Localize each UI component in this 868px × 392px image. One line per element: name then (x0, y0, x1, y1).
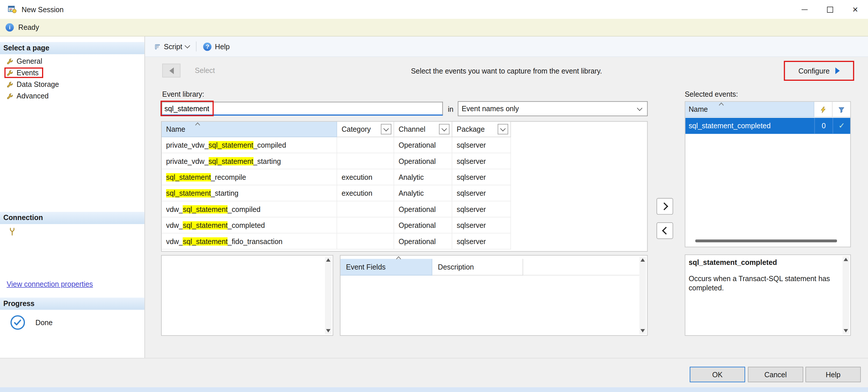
help-label: Help (215, 42, 230, 51)
main-panel: Script ? Help Select Select the events y… (145, 36, 868, 358)
event-package-cell: sqlserver (452, 233, 511, 249)
event-category-cell (337, 153, 394, 169)
in-label: in (448, 105, 454, 113)
sidebar-item-general[interactable]: General (0, 55, 145, 67)
sidebar-item-data-storage[interactable]: Data Storage (0, 78, 145, 90)
cancel-button[interactable]: Cancel (748, 367, 803, 382)
column-header-name[interactable]: Name (162, 122, 337, 137)
help-button[interactable]: Help (805, 367, 861, 382)
vertical-scrollbar[interactable] (640, 257, 646, 334)
match-highlight: sql_statement (183, 205, 228, 214)
select-a-page-header: Select a page (0, 42, 145, 54)
event-name-cell[interactable]: vdw_sql_statement_completed (162, 218, 337, 233)
minimize-button[interactable] (792, 0, 817, 19)
chevron-right-icon (660, 202, 668, 210)
package-filter-button[interactable] (498, 124, 508, 134)
help-question-icon: ? (204, 42, 212, 51)
sidebar-item-label: Events (17, 69, 38, 77)
selected-events-label: Selected events: (685, 90, 738, 98)
event-name-cell[interactable]: sql_statement_starting (162, 185, 337, 201)
match-highlight: sql_statement (209, 141, 253, 150)
sidebar-item-events[interactable]: Events (0, 67, 145, 78)
event-name-cell[interactable]: vdw_sql_statement_compiled (162, 201, 337, 217)
event-channel-cell: Operational (394, 153, 452, 169)
event-name-cell[interactable]: private_vdw_sql_statement_starting (162, 153, 337, 169)
event-description-panel: sql_statement_completed Occurs when a Tr… (685, 255, 851, 336)
maximize-button[interactable] (817, 0, 842, 19)
event-channel-cell: Analytic (394, 169, 452, 185)
column-header-description[interactable]: Description (432, 259, 523, 275)
selected-event-row[interactable]: sql_statement_completed 0 ✓ (685, 118, 850, 134)
event-channel-cell: Operational (394, 218, 452, 233)
window-controls: × (792, 0, 868, 19)
progress-done-row: Done (10, 315, 53, 330)
info-icon: i (5, 23, 14, 32)
view-connection-properties-link[interactable]: View connection properties (7, 280, 93, 288)
sort-ascending-caret-icon (396, 256, 401, 259)
event-library-grid: Name Category Channel Package private_vd… (162, 122, 647, 249)
wrench-icon (7, 93, 13, 99)
event-search-input[interactable] (162, 102, 443, 116)
status-bar: i Ready (0, 19, 868, 36)
column-header-category[interactable]: Category (337, 122, 394, 137)
window-title: New Session (22, 5, 64, 13)
selected-event-name: sql_statement_completed (685, 118, 814, 134)
screenshot-stage: New Session × i Ready Select a page Gene… (0, 0, 868, 392)
column-label: Channel (399, 125, 426, 133)
ok-button[interactable]: OK (690, 367, 745, 382)
event-name-cell[interactable]: private_vdw_sql_statement_compiled (162, 137, 337, 153)
chevron-down-icon (637, 105, 642, 110)
footer: OK Cancel Help (0, 358, 868, 387)
scroll-up-icon (326, 258, 330, 261)
configure-button[interactable]: Configure (784, 61, 855, 81)
sidebar-item-advanced[interactable]: Advanced (0, 90, 145, 102)
page-list: General Events Data Storage Advanced (0, 55, 145, 102)
chevron-left-icon (662, 227, 670, 234)
match-highlight: sql_statement (183, 237, 228, 246)
connection-header: Connection (0, 212, 145, 224)
event-channel-cell: Operational (394, 137, 452, 153)
column-label: Description (438, 263, 474, 271)
search-scope-dropdown[interactable]: Event names only (458, 101, 648, 117)
selected-event-count: 0 (814, 118, 833, 134)
column-header-event-fields[interactable]: Event Fields (340, 259, 432, 275)
scroll-down-icon (844, 329, 848, 332)
help-toolbar-button[interactable]: ? Help (200, 40, 233, 52)
channel-filter-button[interactable] (439, 124, 450, 134)
column-label: Package (457, 125, 485, 133)
column-header-filter[interactable] (833, 102, 850, 117)
chevron-down-icon (441, 126, 447, 131)
wrench-icon (7, 69, 13, 76)
header-divider (523, 275, 640, 275)
column-header-channel[interactable]: Channel (394, 122, 452, 137)
sidebar-item-label: Advanced (17, 92, 49, 100)
remove-event-button[interactable] (656, 222, 673, 239)
event-fields-panel: Event Fields Description (340, 255, 648, 336)
event-name-cell[interactable]: vdw_sql_statement_fido_transaction (162, 233, 337, 249)
column-header-package[interactable]: Package (452, 122, 511, 137)
description-body: Occurs when a Transact-SQL statement has… (689, 274, 839, 293)
column-header-name[interactable]: Name (685, 102, 814, 117)
category-filter-button[interactable] (381, 124, 392, 134)
checkmark-icon: ✓ (833, 118, 850, 134)
event-channel-cell: Operational (394, 201, 452, 217)
match-highlight: sql_statement (183, 221, 228, 230)
script-label: Script (164, 42, 183, 51)
script-button[interactable]: Script (151, 40, 193, 52)
maximize-icon (827, 6, 833, 12)
lightning-icon (820, 106, 827, 112)
sort-ascending-caret-icon (195, 122, 200, 125)
add-event-button[interactable] (656, 198, 673, 215)
vertical-scrollbar[interactable] (325, 257, 332, 334)
progress-status: Done (35, 319, 53, 327)
event-name-cell[interactable]: sql_statement_recompile (162, 169, 337, 185)
chevron-down-icon (500, 126, 505, 131)
column-header-event-count[interactable] (814, 102, 833, 117)
event-detail-panel (161, 255, 333, 336)
sort-ascending-caret-icon (718, 102, 724, 105)
horizontal-scrollbar[interactable] (695, 239, 837, 242)
scroll-down-icon (326, 329, 330, 332)
close-button[interactable]: × (842, 0, 868, 19)
vertical-scrollbar[interactable] (842, 256, 849, 334)
new-session-dialog: New Session × i Ready Select a page Gene… (0, 0, 868, 392)
